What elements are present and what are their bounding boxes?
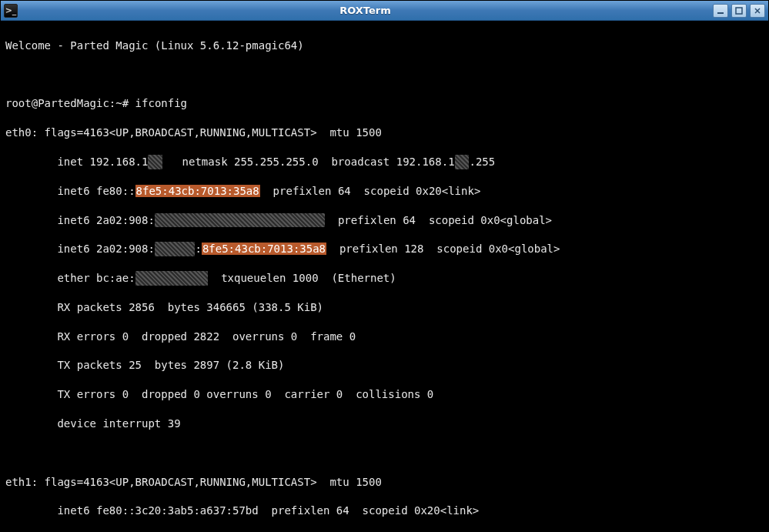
highlight-address: 8fe5:43cb:7013:35a8 <box>135 185 260 197</box>
redacted-inet6: xxxxxx <box>155 242 196 256</box>
window-title: ROXTerm <box>18 5 713 16</box>
close-icon <box>754 7 761 15</box>
titlebar[interactable]: >_ ROXTerm <box>1 1 768 21</box>
eth0-rx1: RX packets 2856 bytes 346665 (338.5 KiB) <box>5 300 764 315</box>
eth0-tx1: TX packets 25 bytes 2897 (2.8 KiB) <box>5 358 764 373</box>
eth0-inet6-c: inet6 2a02:908:xxxxxx:8fe5:43cb:7013:35a… <box>5 242 764 256</box>
eth0-ether: ether bc:ae:xxxxxxxxxxx txqueuelen 1000 … <box>5 271 764 286</box>
blank <box>5 68 764 82</box>
redacted-ip: xx <box>148 155 162 169</box>
welcome-line: Welcome - Parted Magic (Linux 5.6.12-pma… <box>5 38 764 53</box>
redacted-mac: xxxxxxxxxxx <box>135 271 209 286</box>
eth1-inet6: inet6 fe80::3c20:3ab5:a637:57bd prefixle… <box>5 504 764 518</box>
maximize-button[interactable] <box>731 4 747 18</box>
prompt-line-1: root@PartedMagic:~# ifconfig <box>5 96 764 111</box>
minimize-button[interactable] <box>713 4 728 18</box>
redacted-ip: xx <box>455 155 470 169</box>
eth0-rx2: RX errors 0 dropped 2822 overruns 0 fram… <box>5 330 764 344</box>
highlight-address: 8fe5:43cb:7013:35a8 <box>202 243 326 255</box>
prompt-user: root@PartedMagic <box>5 97 109 109</box>
minimize-icon <box>717 7 724 15</box>
close-button[interactable] <box>750 4 765 18</box>
eth0-inet6-a: inet6 fe80::8fe5:43cb:7013:35a8 prefixle… <box>5 184 764 199</box>
blank <box>5 446 764 460</box>
eth0-tx2: TX errors 0 dropped 0 overruns 0 carrier… <box>5 387 764 402</box>
svg-rect-0 <box>717 12 724 14</box>
eth0-dev: device interrupt 39 <box>5 417 764 431</box>
window: >_ ROXTerm Welcome - Parted Magic (Linux… <box>0 0 769 532</box>
eth0-header: eth0: flags=4163<UP,BROADCAST,RUNNING,MU… <box>5 125 764 140</box>
app-icon: >_ <box>4 4 18 18</box>
eth0-inet6-b: inet6 2a02:908:xxxxxxxxxxxxxxxxxxxxxxxxx… <box>5 213 764 228</box>
maximize-icon <box>735 7 743 15</box>
eth1-header: eth1: flags=4163<UP,BROADCAST,RUNNING,MU… <box>5 475 764 490</box>
command-text: ifconfig <box>135 97 187 109</box>
redacted-inet6: xxxxxxxxxxxxxxxxxxxxxxxxxx <box>155 213 325 228</box>
eth0-inet: inet 192.168.1xx netmask 255.255.255.0 b… <box>5 155 764 169</box>
terminal[interactable]: Welcome - Parted Magic (Linux 5.6.12-pma… <box>1 21 768 531</box>
window-buttons <box>713 4 765 18</box>
prompt-path: :~# <box>109 97 129 109</box>
svg-rect-1 <box>736 8 742 14</box>
